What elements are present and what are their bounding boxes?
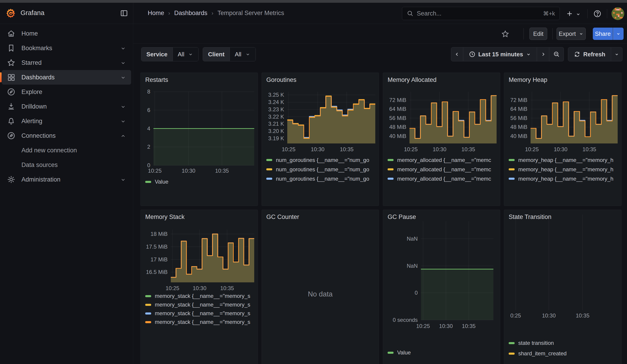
panel-title[interactable]: Goroutines — [266, 76, 296, 84]
legend-series-label: Value — [155, 179, 168, 185]
sidebar-item-dashboards[interactable]: Dashboards — [2, 70, 131, 85]
panel-goroutines: Goroutines3.25 K3.24 K3.23 K3.22 K3.21 K… — [261, 73, 379, 206]
chart-plot[interactable]: 8642010:2510:3010:35 — [144, 88, 255, 190]
y-axis-tick-label: 3.23 K — [268, 106, 284, 112]
sidebar-item-starred[interactable]: Starred — [2, 55, 131, 70]
search-shortcut: ⌘+k — [543, 10, 555, 17]
search-icon — [407, 10, 414, 17]
panel-legend: state transitionshard_item_created — [509, 338, 620, 359]
breadcrumb-separator-icon: › — [168, 10, 170, 16]
legend-item[interactable]: num_goroutines {__name__="num_go — [266, 165, 378, 174]
client-variable: Client All — [203, 47, 256, 61]
sidebar-items: HomeBookmarksStarredDashboardsExploreDri… — [0, 26, 133, 187]
panel-legend: memory_allocated {__name__="memcmemory_a… — [388, 155, 499, 185]
legend-item[interactable]: Value — [145, 177, 257, 186]
chevron-up-icon — [120, 133, 126, 139]
y-axis-tick-label: 2 — [147, 144, 150, 150]
panel-title[interactable]: Restarts — [145, 76, 168, 84]
legend-item[interactable]: memory_allocated {__name__="memc — [388, 183, 499, 185]
sidebar-toggle-icon[interactable] — [120, 9, 128, 17]
time-shift-forward-button[interactable] — [537, 47, 549, 61]
add-new-chevron-icon[interactable] — [575, 11, 581, 17]
panel-title[interactable]: Memory Allocated — [388, 76, 437, 84]
chart-plot[interactable]: 0:2510:3010:35 — [508, 225, 618, 334]
legend-item[interactable]: shard_item_created — [509, 348, 620, 359]
x-axis-tick-label: 10:35 — [582, 146, 596, 152]
panel-title[interactable]: Memory Heap — [509, 76, 547, 84]
y-axis-tick-label: 4 — [147, 125, 150, 132]
legend-item[interactable]: memory_heap {__name__="memory_h — [509, 155, 620, 165]
zoom-out-button[interactable] — [549, 47, 564, 61]
sidebar-item-explore[interactable]: Explore — [2, 85, 131, 99]
breadcrumb-dashboards[interactable]: Dashboards — [174, 9, 208, 17]
user-avatar[interactable] — [612, 7, 624, 20]
legend-item[interactable]: memory_stack {__name__="memory_s — [145, 292, 257, 300]
legend-item[interactable]: memory_stack {__name__="memory_s — [145, 318, 257, 326]
legend-item[interactable]: num_goroutines {__name__="num_go — [266, 174, 378, 183]
toolbar-divider — [552, 28, 553, 40]
legend-item[interactable]: Value — [388, 348, 499, 357]
legend-item[interactable]: num_goroutines {__name__="num_go — [266, 155, 378, 165]
chart-plot[interactable]: NaNNaN00 seconds10:2510:3010:35 — [387, 225, 497, 362]
client-variable-select[interactable]: All — [230, 48, 256, 61]
legend-series-label: state transition — [518, 340, 554, 346]
x-axis-tick-label: 10:30 — [193, 285, 206, 291]
legend-item[interactable]: memory_allocated {__name__="memc — [388, 174, 499, 183]
refresh-button[interactable]: Refresh — [568, 47, 611, 61]
breadcrumb-home[interactable]: Home — [148, 9, 164, 17]
service-variable-select[interactable]: All — [173, 48, 199, 61]
legend-item[interactable]: state transition — [509, 338, 620, 348]
x-axis-tick-label: 10:25 — [148, 168, 162, 174]
legend-item[interactable]: memory_allocated {__name__="memc — [388, 155, 499, 165]
legend-item[interactable]: memory_stack {__name__="memory_s — [145, 300, 257, 309]
legend-item[interactable]: memory_heap {__name__="memory_h — [509, 183, 620, 185]
active-accent-bar — [0, 72, 1, 82]
help-button[interactable] — [593, 9, 602, 18]
grafana-logo-icon[interactable] — [5, 8, 16, 19]
chevron-down-icon — [614, 52, 619, 57]
legend-item[interactable]: memory_heap {__name__="memory_h — [509, 174, 620, 183]
plus-icon — [566, 10, 574, 18]
sidebar-item-connections[interactable]: Connections — [2, 128, 131, 143]
panel-title[interactable]: GC Pause — [388, 213, 416, 220]
add-new-button[interactable] — [565, 9, 574, 18]
sidebar-item-label: Drilldown — [21, 103, 47, 110]
panel-state-transition: State Transition0:2510:3010:35state tran… — [504, 209, 622, 364]
edit-button[interactable]: Edit — [529, 28, 547, 40]
favorite-star-button[interactable] — [501, 29, 510, 39]
sidebar-item-label: Home — [21, 30, 38, 37]
sidebar-item-home[interactable]: Home — [2, 26, 131, 41]
sidebar-item-administration[interactable]: Administration — [2, 172, 131, 187]
y-axis-tick-label: 3.22 K — [268, 113, 284, 120]
legend-item[interactable]: memory_allocated {__name__="memc — [388, 165, 499, 174]
search-input[interactable]: Search... ⌘+k — [402, 7, 560, 20]
panel-title[interactable]: GC Counter — [266, 213, 299, 220]
sidebar-item-add-new-connection[interactable]: Add new connection — [2, 143, 131, 157]
legend-series-swatch — [388, 168, 394, 170]
legend-item[interactable]: num_goroutines {__name__="num_go — [266, 183, 378, 185]
panel-title[interactable]: State Transition — [509, 213, 552, 220]
y-axis-tick-label: 48 MiB — [510, 124, 527, 130]
legend-item[interactable]: memory_stack {__name__="memory_s — [145, 309, 257, 318]
share-button[interactable]: Share — [593, 28, 613, 40]
service-variable-label: Service — [141, 48, 173, 61]
share-dropdown-button[interactable] — [613, 28, 624, 40]
legend-series-swatch — [145, 321, 151, 323]
panel-memory-allocated: Memory Allocated72 MiB64 MiB56 MiB48 MiB… — [383, 73, 500, 206]
y-axis-tick-label: 0 seconds — [393, 317, 418, 323]
legend-series-label: Value — [397, 349, 411, 356]
time-range-picker[interactable]: Last 15 minutes — [463, 47, 537, 61]
sidebar-item-data-sources[interactable]: Data sources — [2, 157, 131, 172]
sidebar-item-drilldown[interactable]: Drilldown — [2, 99, 131, 114]
toolbar-divider — [523, 28, 524, 40]
sidebar-item-bookmarks[interactable]: Bookmarks — [2, 41, 131, 55]
refresh-interval-dropdown[interactable] — [611, 47, 623, 61]
export-button[interactable]: Export — [557, 28, 586, 40]
sidebar-item-alerting[interactable]: Alerting — [2, 114, 131, 128]
x-axis-tick-label: 10:25 — [525, 146, 539, 152]
panel-title[interactable]: Memory Stack — [145, 213, 185, 220]
y-axis-tick-label: 17 MiB — [151, 256, 168, 262]
time-shift-back-button[interactable] — [451, 47, 463, 61]
legend-item[interactable]: memory_heap {__name__="memory_h — [509, 165, 620, 174]
legend-series-swatch — [266, 178, 272, 180]
